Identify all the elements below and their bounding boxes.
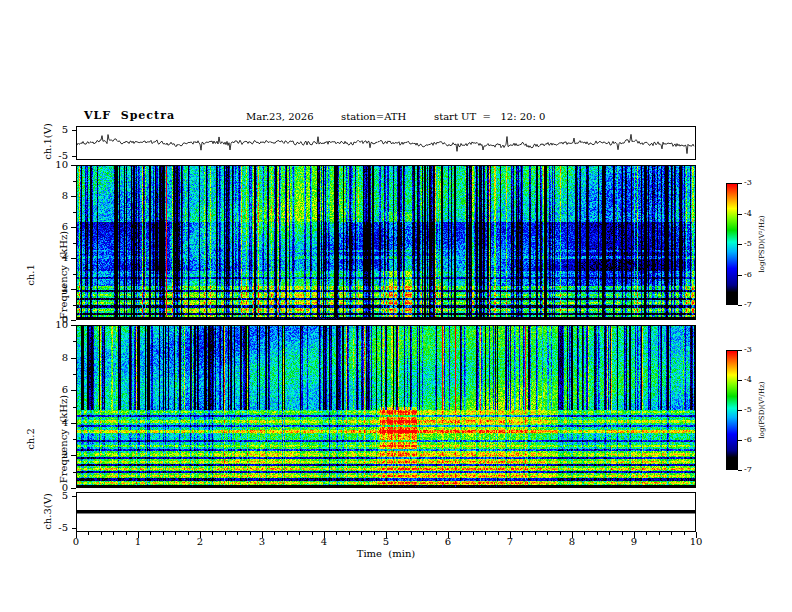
cbar-tick-label: -5 [744,405,762,414]
cbar-tick-label: -7 [744,465,762,474]
x-minor-tick [535,532,536,535]
x-minor-tick [609,532,610,535]
x-minor-tick [163,532,164,535]
figure-date: Mar.23, 2026 [246,111,314,122]
y-minor-tick [73,243,76,244]
colorbar-ch2-gradient [727,351,737,469]
y-tick-label: 6 [50,221,68,232]
y-major-tick [71,227,76,228]
cbar-tick [738,305,742,306]
x-tick-label: 8 [562,536,582,547]
x-minor-tick [88,532,89,535]
ch2-channel-label: ch.2 [25,379,36,499]
x-minor-tick [287,532,288,535]
y-tick-label: 8 [50,352,68,363]
ch2-spectrogram-panel [76,325,696,488]
figure-start-ut: start UT = 12: 20: 0 [434,111,545,122]
y-minor-tick [73,212,76,213]
x-tick-label: 9 [624,536,644,547]
y-major-tick [72,528,76,529]
cbar-tick-label: -3 [744,178,762,187]
x-minor-tick [423,532,424,535]
x-minor-tick [299,532,300,535]
x-minor-tick [411,532,412,535]
ch1-spectrogram [77,166,695,319]
x-tick-label: 1 [128,536,148,547]
figure-title: VLF Spectra [84,109,175,122]
x-tick-label: 2 [190,536,210,547]
x-minor-tick [671,532,672,535]
ch2-spectrogram [77,326,695,487]
x-minor-tick [175,532,176,535]
x-minor-tick [374,532,375,535]
cbar-tick [738,440,742,441]
x-tick-label: 5 [376,536,396,547]
ch1-channel-label: ch.1 [25,215,36,335]
cbar-tick [738,410,742,411]
x-minor-tick [436,532,437,535]
vlf-spectra-figure: VLF Spectra Mar.23, 2026 station=ATH sta… [0,0,792,612]
x-minor-tick [398,532,399,535]
x-tick-label: 10 [686,536,706,547]
cbar-tick-label: -3 [744,345,762,354]
x-minor-tick [126,532,127,535]
ch2-frequency-units-label: Frequency (kHz) [58,379,69,499]
x-minor-tick [498,532,499,535]
x-minor-tick [250,532,251,535]
cbar-tick [738,244,742,245]
ch1-spectrogram-panel [76,165,696,320]
x-tick-label: 3 [252,536,272,547]
y-minor-tick [73,407,76,408]
cbar-tick [738,380,742,381]
x-tick-label: 7 [500,536,520,547]
ch3-waveform-trace [77,493,695,531]
x-minor-tick [584,532,585,535]
x-tick-label: 4 [314,536,334,547]
y-major-tick [71,320,76,321]
x-minor-tick [237,532,238,535]
y-major-tick [71,488,76,489]
x-minor-tick [485,532,486,535]
y-tick-label: 4 [50,252,68,263]
y-tick-label: -5 [50,522,68,533]
y-minor-tick [73,341,76,342]
y-minor-tick [73,439,76,440]
x-minor-tick [312,532,313,535]
cbar-tick [738,183,742,184]
y-tick-label: 2 [50,449,68,460]
y-minor-tick [73,274,76,275]
cbar-tick [738,350,742,351]
x-tick-label: 6 [438,536,458,547]
ch3-waveform-panel [76,492,696,532]
y-tick-label: 5 [50,490,68,501]
colorbar-ch1 [726,183,738,305]
cbar-tick-label: -4 [744,375,762,384]
y-minor-tick [73,305,76,306]
cbar-tick [738,275,742,276]
colorbar-ch1-gradient [727,184,737,304]
cbar-tick-label: -5 [744,239,762,248]
y-major-tick [71,258,76,259]
y-tick-label: 10 [50,319,68,330]
x-minor-tick [212,532,213,535]
y-major-tick [71,423,76,424]
y-minor-tick [73,472,76,473]
x-minor-tick [349,532,350,535]
x-minor-tick [150,532,151,535]
y-major-tick [71,455,76,456]
x-minor-tick [188,532,189,535]
y-tick-label: 2 [50,283,68,294]
y-major-tick [72,130,76,131]
cbar-tick [738,470,742,471]
y-tick-label: 8 [50,190,68,201]
y-major-tick [71,289,76,290]
y-tick-label: 5 [50,124,68,135]
cbar-tick-label: -6 [744,435,762,444]
x-minor-tick [659,532,660,535]
cbar-tick-label: -7 [744,300,762,309]
x-minor-tick [547,532,548,535]
x-minor-tick [473,532,474,535]
y-minor-tick [73,374,76,375]
colorbar-ch2 [726,350,738,470]
y-tick-label: 6 [50,384,68,395]
